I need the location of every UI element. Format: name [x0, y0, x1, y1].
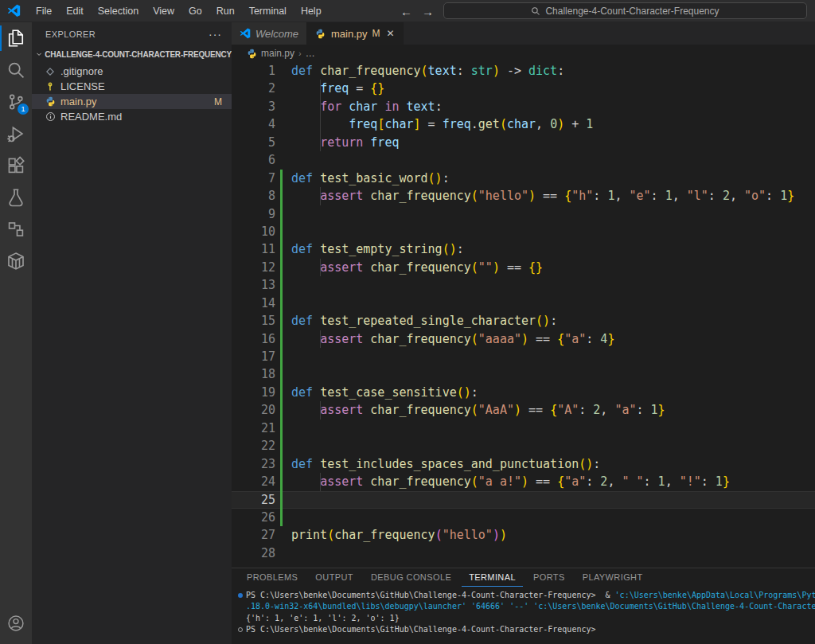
line-number: 13 — [232, 276, 275, 294]
line-number: 27 — [232, 526, 275, 544]
file-name: .gitignore — [60, 65, 222, 77]
line-number: 23 — [232, 455, 275, 473]
activity-references-icon[interactable] — [0, 213, 32, 245]
close-icon[interactable]: ✕ — [386, 28, 394, 39]
activity-search-icon[interactable] — [0, 54, 32, 86]
panel-tab-problems[interactable]: PROBLEMS — [240, 568, 305, 587]
code-line-2[interactable]: 2 freq = {} — [232, 80, 815, 97]
menu-view[interactable]: View — [146, 0, 181, 21]
code-line-21[interactable]: 21 — [232, 420, 815, 437]
code-text: def test_repeated_single_character(): — [291, 314, 557, 328]
python-icon — [315, 28, 326, 39]
code-line-27[interactable]: 27print(char_frequency("hello")) — [232, 526, 815, 544]
workspace-folder-row[interactable]: CHALLENGE-4-COUNT-CHARACTER-FREQUENCY — [32, 46, 232, 62]
forward-arrow-icon[interactable]: → — [422, 5, 434, 18]
activity-extensions-icon[interactable] — [0, 150, 32, 181]
code-line-6[interactable]: 6 — [232, 151, 815, 169]
panel-tab-playwright[interactable]: PLAYWRIGHT — [575, 568, 650, 587]
code-line-22[interactable]: 22 — [232, 437, 815, 455]
bottom-panel: PROBLEMSOUTPUTDEBUG CONSOLETERMINALPORTS… — [232, 568, 815, 644]
code-text: def test_case_sensitive(): — [291, 385, 478, 400]
accounts-icon[interactable] — [0, 607, 32, 639]
code-line-11[interactable]: 11def test_empty_string(): — [232, 240, 815, 258]
file-item-.gitignore[interactable]: .gitignore — [32, 64, 232, 79]
command-center-search[interactable]: Challenge-4-Count-Character-Frequency — [443, 2, 807, 19]
activity-run-and-debug-icon[interactable] — [0, 118, 32, 150]
code-line-3[interactable]: 3 for char in text: — [232, 98, 815, 115]
menu-help[interactable]: Help — [294, 0, 329, 21]
code-line-26[interactable]: 26 — [232, 509, 815, 526]
panel-tab-ports[interactable]: PORTS — [526, 568, 572, 587]
code-line-16[interactable]: 16 assert char_frequency("aaaa") == {"a"… — [232, 330, 815, 348]
code-line-12[interactable]: 12 assert char_frequency("") == {} — [232, 259, 815, 276]
git-gutter — [275, 509, 291, 526]
code-line-17[interactable]: 17 — [232, 348, 815, 365]
tab-label: main.py — [331, 28, 368, 40]
code-line-23[interactable]: 23def test_includes_spaces_and_punctuati… — [232, 455, 815, 473]
code-line-5[interactable]: 5 return freq — [232, 134, 815, 151]
code-line-1[interactable]: 1def char_frequency(text: str) -> dict: — [232, 62, 815, 80]
file-item-readme.md[interactable]: README.md — [32, 109, 232, 124]
tab-label: Welcome — [255, 28, 298, 40]
terminal-text: 'c:\Users\benke\AppData\Local\Programs\P… — [615, 590, 815, 601]
menu-file[interactable]: File — [29, 0, 59, 21]
file-item-main.py[interactable]: main.pyM — [32, 94, 232, 109]
activity-explorer-icon[interactable] — [0, 22, 32, 54]
vscode-icon — [240, 28, 251, 39]
git-gutter — [275, 437, 291, 455]
file-item-license[interactable]: LICENSE — [32, 79, 232, 94]
activity-source-control-icon[interactable]: 1 — [0, 86, 32, 118]
terminal-output[interactable]: PS C:\Users\benke\Documents\GitHub\Chall… — [232, 587, 815, 636]
code-text: def test_empty_string(): — [291, 242, 464, 256]
code-line-4[interactable]: 4 freq[char] = freq.get(char, 0) + 1 — [232, 115, 815, 133]
code-line-20[interactable]: 20 assert char_frequency("AaA") == {"A":… — [232, 401, 815, 419]
explorer-more-actions-icon[interactable]: ··· — [209, 28, 222, 41]
code-line-19[interactable]: 19def test_case_sensitive(): — [232, 384, 815, 401]
git-gutter — [275, 384, 291, 401]
activity-testing-icon[interactable] — [0, 181, 32, 213]
panel-tab-terminal[interactable]: TERMINAL — [462, 568, 523, 587]
code-editor[interactable]: 1def char_frequency(text: str) -> dict:2… — [232, 62, 815, 568]
git-gutter — [275, 401, 291, 419]
menu-run[interactable]: Run — [209, 0, 242, 21]
code-line-15[interactable]: 15def test_repeated_single_character(): — [232, 312, 815, 330]
breadcrumb-file[interactable]: main.py — [261, 48, 294, 59]
code-text: def char_frequency(text: str) -> dict: — [291, 64, 564, 78]
file-name: LICENSE — [60, 80, 222, 92]
git-gutter — [275, 80, 291, 97]
line-number: 4 — [232, 115, 275, 133]
code-line-13[interactable]: 13 — [232, 276, 815, 294]
terminal-text: .18.0-win32-x64\bundled\libs\debugpy\lau… — [246, 601, 815, 612]
panel-tab-debug-console[interactable]: DEBUG CONSOLE — [364, 568, 458, 587]
code-text: assert char_frequency("AaA") == {"A": 2,… — [291, 403, 665, 417]
code-line-8[interactable]: 8 assert char_frequency("hello") == {"h"… — [232, 187, 815, 205]
code-line-9[interactable]: 9 — [232, 205, 815, 223]
code-line-7[interactable]: 7def test_basic_word(): — [232, 170, 815, 187]
code-line-24[interactable]: 24 assert char_frequency("a a!") == {"a"… — [232, 473, 815, 490]
activity-containers-icon[interactable] — [0, 245, 32, 277]
indent-guide — [320, 330, 321, 348]
line-number: 22 — [232, 437, 275, 455]
menu-edit[interactable]: Edit — [59, 0, 91, 21]
tab-welcome[interactable]: Welcome — [232, 22, 307, 45]
explorer-title: EXPLORER — [45, 29, 209, 39]
panel-tab-output[interactable]: OUTPUT — [308, 568, 361, 587]
menu-terminal[interactable]: Terminal — [242, 0, 294, 21]
python-file-icon — [45, 96, 56, 107]
workspace-folder-name: CHALLENGE-4-COUNT-CHARACTER-FREQUENCY — [45, 50, 232, 59]
terminal-line-4: PS C:\Users\benke\Documents\GitHub\Chall… — [238, 624, 815, 635]
code-text: assert char_frequency("") == {} — [291, 260, 543, 275]
code-text: freq = {} — [291, 81, 384, 96]
code-line-25[interactable]: 25 — [232, 491, 815, 509]
breadcrumb-more[interactable]: … — [306, 48, 315, 59]
code-line-14[interactable]: 14 — [232, 295, 815, 312]
tab-modified-badge: M — [372, 28, 380, 39]
code-line-28[interactable]: 28 — [232, 544, 815, 562]
menu-selection[interactable]: Selection — [91, 0, 146, 21]
line-number: 18 — [232, 365, 275, 383]
tab-main-py[interactable]: main.pyM✕ — [307, 22, 404, 45]
menu-go[interactable]: Go — [181, 0, 209, 21]
back-arrow-icon[interactable]: ← — [400, 5, 412, 18]
code-line-10[interactable]: 10 — [232, 223, 815, 240]
code-line-18[interactable]: 18 — [232, 365, 815, 383]
